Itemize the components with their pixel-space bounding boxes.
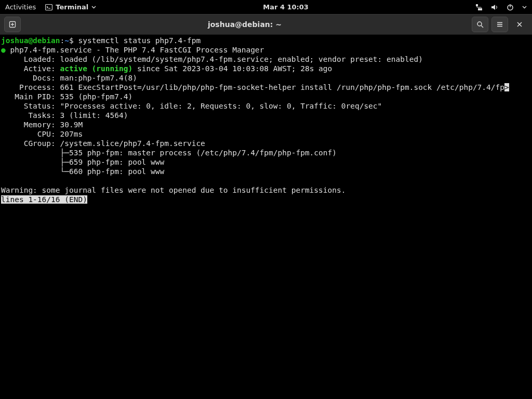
- svg-line-8: [481, 25, 483, 28]
- search-button[interactable]: [472, 17, 488, 32]
- cgroup-proc-1: ├─535 php-fpm: master process (/etc/php/…: [1, 149, 337, 157]
- terminal-output[interactable]: joshua@debian:~$ systemctl status php7.4…: [0, 35, 532, 399]
- journal-warning: Warning: some journal files were not ope…: [1, 186, 345, 194]
- clock[interactable]: Mar 4 10:03: [96, 3, 475, 11]
- command-text: systemctl status php7.4-fpm: [78, 36, 201, 45]
- svg-rect-0: [46, 4, 52, 10]
- new-tab-button[interactable]: [4, 17, 21, 32]
- new-tab-icon: [9, 21, 16, 28]
- search-icon: [476, 21, 484, 28]
- prompt-cwd: ~: [64, 36, 69, 45]
- status-bullet: ●: [1, 46, 6, 54]
- cgroup-proc-3: └─660 php-fpm: pool www: [1, 167, 164, 176]
- app-menu-label: Terminal: [56, 3, 88, 11]
- status-line: Status: "Processes active: 0, idle: 2, R…: [1, 102, 382, 110]
- loaded-line: Loaded: loaded (/lib/systemd/system/php7…: [1, 55, 423, 63]
- svg-rect-1: [476, 4, 478, 6]
- window-title: joshua@debian: ~: [208, 20, 282, 29]
- mainpid-line: Main PID: 535 (php-fpm7.4): [1, 92, 132, 101]
- cgroup-line: CGroup: /system.slice/php7.4-fpm.service: [1, 139, 205, 148]
- power-icon: [507, 4, 514, 11]
- memory-line: Memory: 30.9M: [1, 121, 83, 129]
- terminal-header-bar: joshua@debian: ~: [0, 14, 532, 35]
- active-value: active (running): [60, 64, 133, 73]
- volume-icon: [491, 4, 498, 11]
- hamburger-icon: [496, 21, 503, 28]
- cpu-line: CPU: 207ms: [1, 130, 83, 138]
- activities-button[interactable]: Activities: [5, 3, 36, 11]
- unit-line: php7.4-fpm.service - The PHP 7.4 FastCGI…: [6, 46, 264, 54]
- gnome-top-panel: Activities Terminal Mar 4 10:03: [0, 0, 532, 14]
- system-tray[interactable]: [475, 4, 527, 11]
- chevron-down-icon: [91, 5, 96, 9]
- prompt-sep: :: [60, 36, 65, 45]
- network-icon: [475, 4, 483, 11]
- active-label: Active:: [1, 64, 60, 73]
- active-since: since Sat 2023-03-04 10:03:08 AWST; 28s …: [132, 64, 332, 73]
- docs-line: Docs: man:php-fpm7.4(8): [1, 74, 137, 82]
- close-button[interactable]: [511, 17, 528, 32]
- app-menu[interactable]: Terminal: [45, 3, 96, 11]
- prompt-dollar: $: [69, 36, 78, 45]
- svg-rect-2: [478, 8, 480, 10]
- chevron-down-icon: [522, 5, 527, 9]
- tasks-line: Tasks: 3 (limit: 4564): [1, 111, 128, 119]
- overflow-indicator: >: [504, 83, 509, 91]
- terminal-icon: [45, 4, 52, 11]
- svg-point-7: [477, 22, 482, 26]
- process-line: Process: 661 ExecStartPost=/usr/lib/php/…: [1, 83, 504, 91]
- pager-status: lines 1-16/16 (END): [1, 195, 87, 204]
- prompt-user-host: joshua@debian: [1, 36, 60, 45]
- menu-button[interactable]: [491, 17, 508, 32]
- close-icon: [516, 21, 523, 28]
- svg-rect-3: [480, 8, 482, 10]
- cgroup-proc-2: ├─659 php-fpm: pool www: [1, 158, 164, 166]
